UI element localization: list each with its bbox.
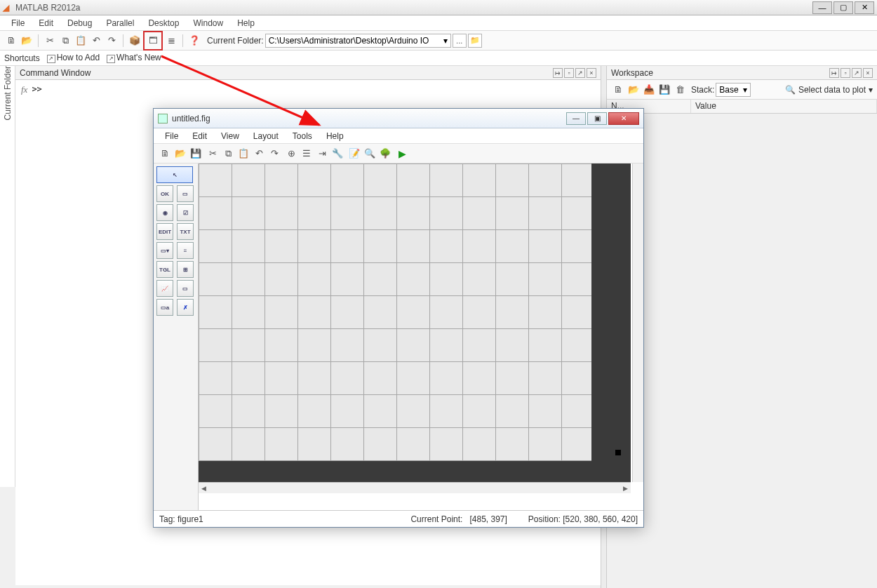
chevron-down-icon: ▾ xyxy=(443,36,448,46)
stack-combo[interactable]: Base ▾ xyxy=(716,83,751,97)
redo-icon[interactable]: ↷ xyxy=(267,147,281,161)
new-fig-icon[interactable]: 🗎 xyxy=(158,147,172,161)
command-window-title: Command Window xyxy=(20,68,91,78)
open-file-icon[interactable]: 📂 xyxy=(20,34,34,48)
status-current-point: Current Point: [485, 397] xyxy=(410,514,507,524)
guide-menu-view[interactable]: View xyxy=(214,130,246,142)
guide-menu-file[interactable]: File xyxy=(158,130,185,142)
shortcuts-label: Shortcuts xyxy=(4,53,40,63)
delete-var-icon[interactable]: 🗑 xyxy=(673,83,687,97)
status-pos-value: [520, 380, 560, 420] xyxy=(563,514,638,524)
panel-min-icon[interactable]: ▫ xyxy=(564,68,574,78)
horizontal-scrollbar[interactable]: ◀▶ xyxy=(199,482,631,493)
align-icon[interactable]: ⊕ xyxy=(284,147,298,161)
figure-resize-handle[interactable] xyxy=(615,450,621,455)
table-tool[interactable]: ⊞ xyxy=(177,261,194,278)
paste-icon[interactable]: 📋 xyxy=(74,34,88,48)
cut-icon[interactable]: ✂ xyxy=(43,34,57,48)
listbox-tool[interactable]: ≡ xyxy=(177,242,194,259)
menu-debug[interactable]: Debug xyxy=(60,17,99,29)
panel-close-icon[interactable]: × xyxy=(587,68,596,78)
figure-layout-grid[interactable] xyxy=(199,163,591,461)
guide-menu-edit[interactable]: Edit xyxy=(185,130,214,142)
os-minimize-button[interactable]: — xyxy=(812,1,832,14)
paste-icon[interactable]: 📋 xyxy=(236,147,250,161)
guide-menu-tools[interactable]: Tools xyxy=(286,130,319,142)
toggle-button-tool[interactable]: TGL xyxy=(156,261,173,278)
profiler-icon[interactable]: ≣ xyxy=(164,34,178,48)
guide-maximize-button[interactable]: ▣ xyxy=(587,112,607,125)
copy-icon[interactable]: ⧉ xyxy=(58,34,72,48)
property-inspector-icon[interactable]: 🔍 xyxy=(363,147,377,161)
redo-icon[interactable]: ↷ xyxy=(105,34,119,48)
menu-desktop[interactable]: Desktop xyxy=(141,17,186,29)
new-var-icon[interactable]: 🗎 xyxy=(611,83,625,97)
panel-max-icon[interactable]: ↗ xyxy=(852,68,862,78)
shortcut-whats-new[interactable]: ↗What's New xyxy=(107,53,161,63)
vertical-scrollbar[interactable] xyxy=(632,163,643,482)
panel-close-icon[interactable]: × xyxy=(863,68,873,78)
guide-minimize-button[interactable]: — xyxy=(566,112,586,125)
col-value[interactable]: Value xyxy=(691,100,877,113)
guide-menu-layout[interactable]: Layout xyxy=(246,130,286,142)
menu-edit[interactable]: Edit xyxy=(32,17,60,29)
save-fig-icon[interactable]: 💾 xyxy=(189,147,203,161)
object-browser-icon[interactable]: 🌳 xyxy=(378,147,392,161)
tab-order-icon[interactable]: ⇥ xyxy=(315,147,329,161)
push-button-tool[interactable]: OK xyxy=(156,185,173,202)
guide-titlebar[interactable]: untitled.fig — ▣ ✕ xyxy=(154,109,643,128)
menu-file[interactable]: File xyxy=(4,17,32,29)
checkbox-tool[interactable]: ☑ xyxy=(177,204,194,221)
panel-max-icon[interactable]: ↗ xyxy=(575,68,585,78)
status-position: Position: [520, 380, 560, 420] xyxy=(528,514,638,524)
current-folder-rail[interactable]: Current Folder xyxy=(0,66,15,487)
panel-dock-icon[interactable]: ↦ xyxy=(553,68,563,78)
copy-icon[interactable]: ⧉ xyxy=(221,147,235,161)
open-fig-icon[interactable]: 📂 xyxy=(173,147,187,161)
select-data-to-plot[interactable]: 🔍 Select data to plot ▾ xyxy=(785,85,873,95)
edit-text-tool[interactable]: EDIT xyxy=(156,223,173,240)
menu-parallel[interactable]: Parallel xyxy=(99,17,141,29)
import-icon[interactable]: 📥 xyxy=(642,83,656,97)
new-script-icon[interactable]: 🗎 xyxy=(4,34,18,48)
panel-min-icon[interactable]: ▫ xyxy=(841,68,850,78)
radio-button-tool[interactable]: ◉ xyxy=(156,204,173,221)
menu-help[interactable]: Help xyxy=(230,17,262,29)
undo-icon[interactable]: ↶ xyxy=(89,34,103,48)
command-window-header: Command Window ↦ ▫ ↗ × xyxy=(15,66,601,80)
static-text-tool[interactable]: TXT xyxy=(177,223,194,240)
panel-dock-icon[interactable]: ↦ xyxy=(829,68,839,78)
undo-icon[interactable]: ↶ xyxy=(252,147,266,161)
axes-tool[interactable]: 📈 xyxy=(156,280,173,297)
cut-icon[interactable]: ✂ xyxy=(206,147,220,161)
activex-tool[interactable]: ✗ xyxy=(177,299,194,316)
slider-tool[interactable]: ▭ xyxy=(177,185,194,202)
help-icon[interactable]: ❓ xyxy=(187,34,201,48)
fx-icon[interactable]: fx xyxy=(21,84,27,95)
guide-window-icon xyxy=(158,114,168,123)
current-folder-combo[interactable]: C:\Users\Administrator\Desktop\Arduino I… xyxy=(265,34,451,48)
shortcut-how-to-add[interactable]: ↗How to Add xyxy=(47,53,100,63)
status-cp-label: Current Point: xyxy=(410,514,462,524)
menu-window[interactable]: Window xyxy=(186,17,230,29)
simulink-icon[interactable]: 📦 xyxy=(128,34,142,48)
toolbar-editor-icon[interactable]: 🔧 xyxy=(330,147,344,161)
open-var-icon[interactable]: 📂 xyxy=(627,83,641,97)
run-figure-button[interactable]: ▶ xyxy=(395,147,409,161)
select-tool[interactable]: ↖ xyxy=(156,166,193,183)
guide-close-button[interactable]: ✕ xyxy=(608,112,639,125)
parent-folder-button[interactable]: 📁 xyxy=(468,34,482,48)
workspace-table-header: N... Value xyxy=(607,100,877,114)
guide-icon[interactable]: 🗔 xyxy=(143,31,163,51)
button-group-tool[interactable]: ▭a xyxy=(156,299,173,316)
browse-folder-button[interactable]: ... xyxy=(453,34,467,48)
os-close-button[interactable]: ✕ xyxy=(855,1,874,14)
panel-tool[interactable]: ▭ xyxy=(177,280,194,297)
os-titlebar: ◢ MATLAB R2012a — ▢ ✕ xyxy=(0,0,877,15)
guide-menu-help[interactable]: Help xyxy=(319,130,351,142)
editor-icon[interactable]: 📝 xyxy=(347,147,361,161)
menu-editor-icon[interactable]: ☰ xyxy=(300,147,314,161)
popup-menu-tool[interactable]: ▭▾ xyxy=(156,242,173,259)
os-maximize-button[interactable]: ▢ xyxy=(834,1,853,14)
save-ws-icon[interactable]: 💾 xyxy=(657,83,671,97)
